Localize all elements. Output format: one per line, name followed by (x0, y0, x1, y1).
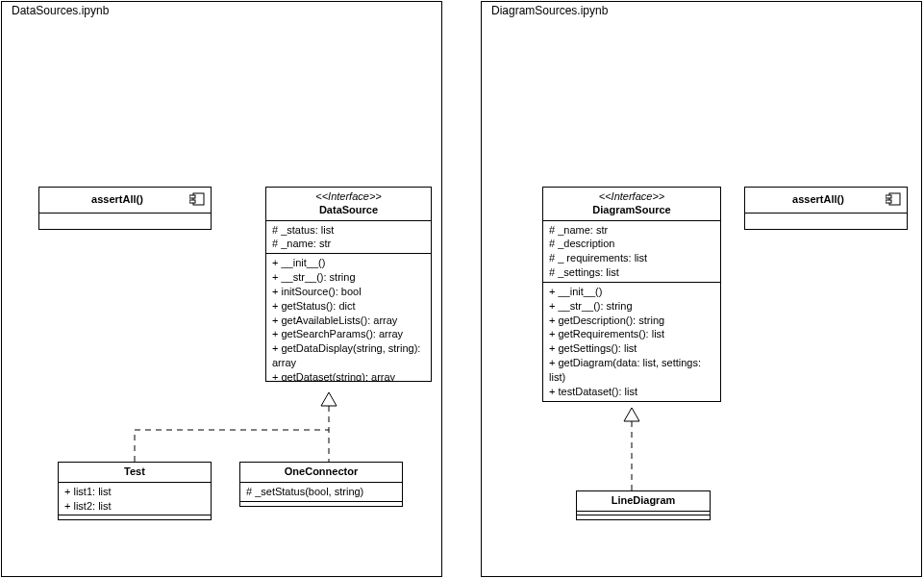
attr: # _description (549, 237, 714, 251)
attr: # _status: list (272, 223, 425, 238)
attr: # _name: str (549, 223, 714, 238)
stereotype: <<Interface>> (315, 190, 382, 202)
class-name: DataSource (319, 204, 378, 215)
op: + getRequirements(): list (549, 327, 714, 341)
svg-rect-4 (886, 195, 891, 198)
op: + getDataDisplay(string, string): array (272, 341, 425, 370)
svg-rect-2 (189, 200, 195, 203)
class-test: Test + list1: list + list2: list (58, 462, 212, 520)
ops: + __init__() + __str__(): string + initS… (266, 254, 431, 381)
op: + testDataset(): list (549, 385, 714, 399)
package-label: DiagramSources.ipynb (491, 4, 608, 17)
class-name: LineDiagram (612, 494, 676, 506)
op: + getStatus(): dict (272, 299, 425, 314)
attr: # _settings: list (549, 265, 714, 280)
op: + __str__(): string (272, 270, 425, 285)
op: + initSource(): bool (272, 285, 425, 299)
attrs: # _status: list # _name: str (266, 221, 431, 255)
attr: + list1: list (64, 485, 205, 499)
component-name: assertAll() (792, 193, 844, 205)
op: + __init__() (272, 256, 425, 270)
component-assertall-left: assertAll() (38, 187, 212, 230)
ops: + __init__() + __str__(): string + getDe… (543, 283, 720, 401)
attrs: # _name: str # _description # _ requirem… (543, 221, 720, 283)
op: + __init__() (549, 285, 714, 299)
op: + getAvailableLists(): array (272, 314, 425, 328)
svg-rect-1 (189, 195, 195, 198)
stereotype: <<Interface>> (599, 190, 665, 202)
op: + getDescription(): string (549, 314, 714, 328)
svg-rect-5 (886, 200, 891, 203)
class-oneconnector: OneConnector # _setStatus(bool, string) (239, 462, 403, 507)
class-datasource: <<Interface>> DataSource # _status: list… (265, 187, 432, 382)
class-diagramsource: <<Interface>> DiagramSource # _name: str… (542, 187, 721, 402)
op: + getSettings(): list (549, 341, 714, 356)
component-icon (189, 192, 205, 206)
attrs: # _setStatus(bool, string) (240, 483, 402, 502)
class-name: Test (124, 465, 145, 477)
attrs: + list1: list + list2: list (59, 483, 211, 516)
class-name: DiagramSource (592, 204, 670, 215)
component-assertall-right: assertAll() (744, 187, 908, 230)
class-name: OneConnector (285, 465, 358, 477)
op: + getDataset(string): array (272, 370, 425, 381)
attr: # _name: str (272, 237, 425, 251)
package-label: DataSources.ipynb (12, 4, 109, 17)
component-icon (886, 192, 901, 206)
op: + __str__(): string (549, 299, 714, 314)
attr: # _ requirements: list (549, 251, 714, 265)
attr: # _setStatus(bool, string) (246, 485, 396, 499)
component-name: assertAll() (91, 193, 143, 205)
op: + getDiagram(data: list, settings: list) (549, 356, 714, 385)
class-linediagram: LineDiagram (576, 490, 711, 520)
op: + getSearchParams(): array (272, 327, 425, 341)
attr: + list2: list (64, 499, 205, 514)
